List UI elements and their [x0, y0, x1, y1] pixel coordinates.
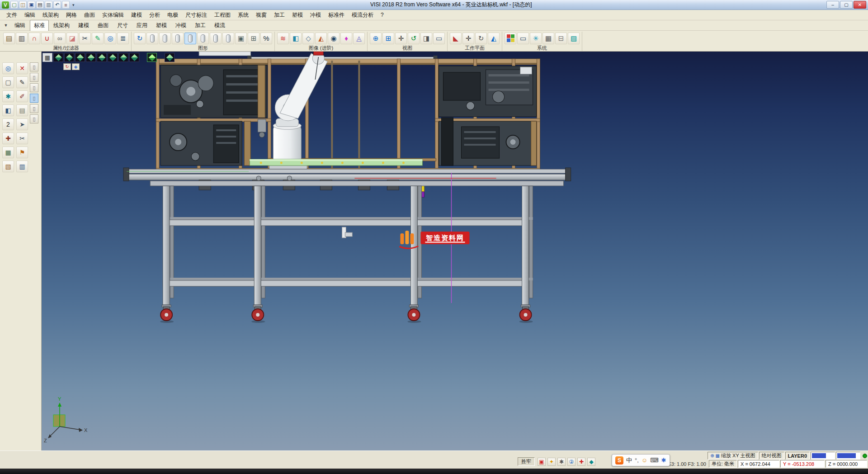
section-view-icon[interactable]: ◭ [315, 33, 327, 44]
open-file-icon[interactable]: ◫ [19, 1, 27, 9]
target-icon[interactable]: ◎ [104, 33, 116, 44]
printer-icon[interactable]: ▥ [16, 33, 28, 44]
flag-tool-icon[interactable]: ⚑ [16, 147, 28, 158]
menu-item-实体编辑[interactable]: 实体编辑 [99, 10, 127, 20]
tab-加工[interactable]: 加工 [191, 20, 210, 31]
workplane-axis-icon[interactable]: ✛ [462, 33, 474, 44]
camera-icon[interactable]: ◨ [420, 33, 432, 44]
menu-item-视窗[interactable]: 视窗 [252, 10, 270, 20]
point-style-icon[interactable] [146, 33, 158, 44]
pick-arrow-icon[interactable]: ➤ [16, 118, 28, 130]
menu-item-模流分析[interactable]: 模流分析 [348, 10, 377, 20]
snowflake-icon[interactable]: ✳ [530, 33, 542, 44]
current-view-icon[interactable] [147, 53, 157, 62]
dynamic-pan-icon[interactable]: ◈ [72, 63, 80, 70]
maximize-button[interactable]: ▢ [840, 1, 853, 9]
close-button[interactable]: ✕ [854, 1, 866, 9]
tab-编辑[interactable]: 编辑 [10, 20, 29, 31]
panel-toggle-2[interactable]: ▯ [30, 73, 38, 82]
monitor-icon[interactable]: ▭ [517, 33, 529, 44]
dynamic-rotate-icon[interactable]: ↻ [63, 63, 71, 70]
prism-icon[interactable]: ◬ [353, 33, 365, 44]
filter-icon[interactable]: ∩ [28, 33, 40, 44]
wireframe-cube-icon[interactable]: ◇ [302, 33, 314, 44]
units-cell[interactable]: 单位: 毫米 [709, 460, 737, 468]
layer-cell[interactable]: LAYER0 [785, 452, 810, 460]
iso-view-7-icon[interactable] [118, 53, 128, 62]
menu-item-?[interactable]: ? [377, 10, 387, 19]
zoom-window-icon[interactable]: ⊞ [382, 33, 394, 44]
modify-icon[interactable]: ✱ [2, 90, 14, 102]
tab-塑模[interactable]: 塑模 [152, 20, 171, 31]
iso-view-3-icon[interactable] [75, 53, 85, 62]
minimize-button[interactable]: – [826, 1, 839, 9]
panel-toggle-3[interactable]: ▯ [30, 83, 38, 92]
eraser-icon[interactable]: ◪ [66, 33, 78, 44]
menu-item-分析[interactable]: 分析 [146, 10, 164, 20]
iso-view-1-icon[interactable] [53, 53, 63, 62]
tab-线架构[interactable]: 线架构 [49, 20, 74, 31]
tab-曲面[interactable]: 曲面 [94, 20, 113, 31]
viewport-3d[interactable]: ▦ ↻◈ [42, 52, 868, 450]
save-file-icon[interactable]: ▣ [28, 1, 35, 9]
quick-access-dropdown-icon[interactable]: ▾ [71, 3, 76, 7]
display-mode-icon[interactable]: ▣ [538, 458, 546, 466]
table-icon[interactable]: ▦ [542, 33, 554, 44]
tab-冲模[interactable]: 冲模 [171, 20, 190, 31]
pan-icon[interactable]: ✛ [395, 33, 407, 44]
cut-tool-icon[interactable]: ✂ [16, 133, 28, 144]
delete-icon[interactable]: ✕ [16, 62, 28, 74]
menu-item-电极[interactable]: 电极 [164, 10, 182, 20]
analysis-mode-icon[interactable]: ✚ [577, 458, 585, 466]
ime-emoji-icon[interactable]: ☺ [642, 457, 647, 464]
tab-建模[interactable]: 建模 [74, 20, 93, 31]
panel-toggle-5[interactable]: ▯ [30, 104, 38, 113]
panel-toggle-6[interactable]: ▯ [30, 114, 38, 123]
active-style-icon[interactable] [184, 33, 196, 44]
menu-item-工程图[interactable]: 工程图 [211, 10, 234, 20]
zoom-all-icon[interactable]: ⊕ [370, 33, 382, 44]
panel-toggle-4[interactable]: ▯ [30, 94, 38, 103]
notes-icon[interactable]: ▤ [16, 104, 28, 116]
layers-icon[interactable]: ≣ [117, 33, 129, 44]
menu-item-尺寸标注[interactable]: 尺寸标注 [182, 10, 211, 20]
tab-模流[interactable]: 模流 [210, 20, 229, 31]
hatch-tool-icon[interactable]: ▧ [2, 161, 14, 172]
line-style-icon[interactable] [159, 33, 171, 44]
selection-box-icon[interactable]: ▢ [2, 76, 14, 88]
options-icon[interactable]: ≡ [62, 1, 70, 9]
tab-标准[interactable]: 标准 [30, 20, 49, 31]
iso-view-2-icon[interactable] [64, 53, 74, 62]
solid-tool-icon[interactable]: ◧ [2, 104, 14, 116]
lock-toggle[interactable]: 拴牢 [518, 457, 535, 466]
view-mode-cell[interactable]: ⊕ ▦ 缩放 XY 主视图 [708, 452, 758, 460]
menu-item-加工[interactable]: 加工 [270, 10, 288, 20]
surface-chart-icon[interactable]: ▨ [568, 33, 580, 44]
erase-icon[interactable]: ✐ [16, 90, 28, 102]
two-point-icon[interactable]: 2 [2, 118, 14, 130]
workplane-icon[interactable]: ◣ [450, 33, 462, 44]
grid-box-icon[interactable]: ⊞ [248, 33, 259, 44]
tab-尺寸[interactable]: 尺寸 [113, 20, 132, 31]
snap-zoom-icon[interactable]: ◎ [2, 62, 14, 74]
ime-punctuation-toggle[interactable]: °, [635, 457, 639, 464]
tab-overflow-dropdown-icon[interactable]: ▼ [2, 23, 10, 28]
rotate-view-icon[interactable]: ↺ [408, 33, 420, 44]
grid-settings-icon[interactable]: ⊟ [555, 33, 567, 44]
print-icon[interactable]: ▤ [36, 1, 44, 9]
menu-item-曲面[interactable]: 曲面 [80, 10, 99, 20]
menu-item-系统[interactable]: 系统 [234, 10, 252, 20]
color-grid-icon[interactable] [505, 33, 516, 44]
menu-item-冲模[interactable]: 冲模 [307, 10, 325, 20]
menu-item-标准件[interactable]: 标准件 [325, 10, 348, 20]
ime-keyboard-icon[interactable]: ⌨ [650, 457, 659, 464]
percent-icon[interactable]: % [260, 33, 272, 44]
iso-view-4-icon[interactable] [86, 53, 96, 62]
brush-icon[interactable]: ✎ [92, 33, 104, 44]
settings-mode-icon[interactable]: ✱ [557, 458, 566, 466]
hammer-tool-icon[interactable]: ✚ [2, 133, 14, 144]
rainbow-wire-icon[interactable]: ≋ [277, 33, 289, 44]
absolute-view-cell[interactable]: 绝对视图 [759, 452, 784, 460]
menu-item-文件[interactable]: 文件 [3, 10, 21, 20]
magnet-icon[interactable]: ∪ [41, 33, 53, 44]
